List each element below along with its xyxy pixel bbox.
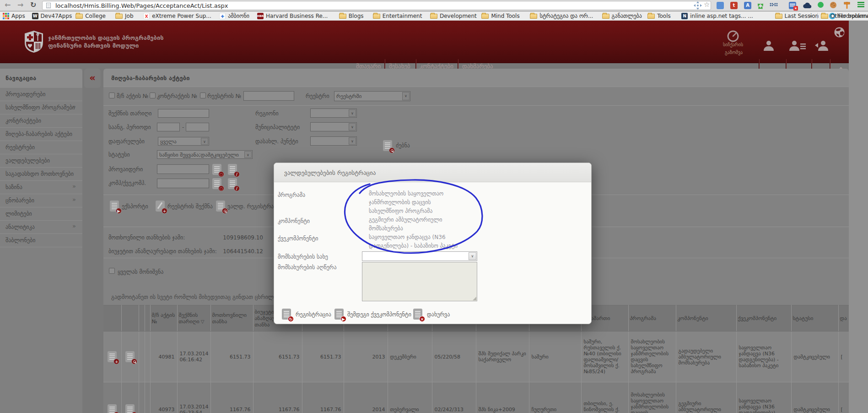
- extension-window-icon[interactable]: [717, 2, 724, 9]
- sidebar-item[interactable]: რეესტრები: [0, 141, 82, 154]
- provider-lookup-icon[interactable]: ◌: [212, 164, 221, 175]
- bookmarks-overflow-chevron[interactable]: »: [809, 11, 812, 21]
- settlement-select[interactable]: ∨: [310, 136, 357, 146]
- sidebar-item[interactable]: შაბლონები: [0, 234, 82, 247]
- act-no-checkbox[interactable]: [109, 92, 115, 98]
- comp-input[interactable]: [157, 179, 209, 188]
- modal-service-desc-textarea[interactable]: [362, 262, 477, 301]
- drag-icon[interactable]: [694, 1, 702, 10]
- bookmark-item[interactable]: სტრატეგია და ორ...: [530, 11, 593, 21]
- sidebar-item[interactable]: სახელმწიფო პროგრამები»: [0, 101, 82, 114]
- column-header[interactable]: [121, 305, 139, 331]
- sidebar-item[interactable]: მიღება-ჩაბარების აქტები: [0, 128, 82, 141]
- bookmark-item[interactable]: Entertainment: [373, 11, 422, 21]
- municipality-select[interactable]: ∨: [310, 122, 357, 131]
- bookmark-item[interactable]: Development: [430, 11, 477, 21]
- bookmark-item[interactable]: ✚ამბიონი: [219, 11, 249, 21]
- modal-service-type-select[interactable]: ∨: [362, 251, 477, 261]
- user-list-icon[interactable]: [789, 39, 807, 52]
- sidebar-item[interactable]: კონტრაქტები: [0, 114, 82, 128]
- modal-title-bar[interactable]: ვალდებულებების რეგისტრაცია: [274, 163, 591, 182]
- column-header[interactable]: ქვეკომპონენტი: [736, 305, 791, 331]
- modal-close-button[interactable]: დახურვა: [427, 311, 450, 318]
- bookmark-item[interactable]: XeXtreme Power Sup...: [143, 11, 211, 21]
- browser-menu-icon[interactable]: [857, 2, 864, 7]
- extension-pin-icon[interactable]: [818, 2, 824, 8]
- sidebar-item[interactable]: ლიმიტები: [0, 207, 82, 221]
- row-add-icon[interactable]: +: [108, 404, 117, 413]
- bookmark-item[interactable]: Job: [115, 11, 134, 21]
- region-select[interactable]: ∨: [310, 109, 357, 118]
- logout-icon[interactable]: [815, 39, 830, 52]
- sidebar-item[interactable]: ცნობარები»: [0, 194, 82, 207]
- sidebar-item[interactable]: ხაზინა»: [0, 181, 82, 194]
- row-add-icon[interactable]: +: [108, 351, 117, 362]
- create-register-button[interactable]: რეესტრის შექმნა: [167, 203, 213, 210]
- select-all-checkbox[interactable]: [109, 268, 115, 274]
- extension-tumblr-icon[interactable]: t: [730, 2, 738, 9]
- register-no-checkbox[interactable]: [200, 92, 206, 98]
- column-header[interactable]: და: [838, 305, 849, 331]
- modal-next-subcomponent-button[interactable]: შემდეგი ქვეკომპონენტი: [347, 311, 411, 318]
- refresh-icon[interactable]: ↻: [30, 0, 36, 9]
- speed-label-line2[interactable]: გაზომვა: [725, 50, 743, 55]
- user-icon[interactable]: [762, 39, 775, 52]
- sidebar-item[interactable]: ვალდებულებები: [0, 154, 82, 168]
- bookmark-item[interactable]: Apps: [3, 11, 25, 21]
- sidebar-collapse-button[interactable]: «: [84, 69, 101, 88]
- sidebar-item[interactable]: ანალიტიკა»: [0, 221, 82, 234]
- column-header[interactable]: [145, 305, 150, 331]
- column-header[interactable]: სტატუსი: [791, 305, 838, 331]
- contract-no-checkbox[interactable]: [150, 92, 156, 98]
- create-register-icon[interactable]: +: [156, 201, 165, 212]
- export-icon[interactable]: ▶: [110, 201, 119, 212]
- status-select[interactable]: საწყისი შეყვანა;დამტკიცებული∨: [157, 150, 253, 159]
- modal-close-icon[interactable]: ×: [413, 309, 422, 320]
- column-header[interactable]: შექმნის თარიღი▽: [177, 305, 210, 331]
- bookmark-item[interactable]: WDev47Apps: [32, 11, 72, 21]
- column-header[interactable]: [103, 305, 121, 331]
- register-no-input[interactable]: [243, 91, 294, 101]
- url-bar[interactable]: localhost/Hmis.Billing.Web/Pages/Accepta…: [42, 1, 711, 10]
- covered-select[interactable]: ყველა∨: [158, 137, 209, 146]
- row-view-icon[interactable]: [125, 404, 135, 413]
- export-button[interactable]: ექსპორტი: [122, 203, 148, 210]
- period-to-input[interactable]: [186, 123, 209, 131]
- create-date-input[interactable]: [158, 109, 209, 118]
- bookmark-item[interactable]: Tools: [647, 11, 671, 21]
- search-icon[interactable]: [383, 140, 392, 151]
- comp-clear-icon[interactable]: /: [228, 178, 237, 189]
- extension-arrows-icon[interactable]: [757, 2, 764, 9]
- extension-dots-icon[interactable]: [770, 3, 779, 8]
- bookmark-star-icon[interactable]: ☆: [704, 0, 710, 9]
- column-header[interactable]: კომპონენტი: [676, 305, 736, 331]
- bookmark-item[interactable]: College: [75, 11, 106, 21]
- sidebar-item[interactable]: პროვაიდერები: [0, 88, 82, 101]
- bookmark-item[interactable]: Ninline asp.net tags... ...: [681, 11, 753, 21]
- column-header[interactable]: პროგრამა: [628, 305, 676, 331]
- globe-icon[interactable]: [834, 27, 845, 38]
- provider-clear-icon[interactable]: /: [228, 164, 237, 175]
- column-header[interactable]: მ/ჩ აქტის №: [150, 305, 177, 331]
- obligation-registration-icon[interactable]: [216, 201, 225, 212]
- search-button[interactable]: ძებნა: [396, 142, 410, 149]
- bookmark-item[interactable]: Blogs: [339, 11, 364, 21]
- extension-cloud-icon[interactable]: [803, 2, 812, 9]
- bookmark-item[interactable]: Mind Tools: [481, 11, 519, 21]
- speedometer-icon[interactable]: [727, 30, 739, 43]
- extension-calendar-icon[interactable]: x: [789, 2, 796, 9]
- modal-register-button[interactable]: რეგისტრაცია: [296, 311, 331, 318]
- extension-cookie-icon[interactable]: [830, 2, 836, 8]
- bookmark-item[interactable]: განათლება: [602, 11, 642, 21]
- modal-next-subcomponent-icon[interactable]: ▶: [334, 309, 344, 320]
- provider-input[interactable]: [157, 164, 209, 174]
- sidebar-item[interactable]: საგადასხდო მოთხოვნები: [0, 168, 82, 181]
- column-header[interactable]: მოთხოვნილი თანხა: [210, 305, 253, 331]
- column-header[interactable]: [139, 305, 145, 331]
- comp-lookup-icon[interactable]: ◌: [212, 178, 221, 189]
- extension-translate-icon[interactable]: A: [744, 2, 751, 9]
- forward-icon[interactable]: →: [17, 0, 23, 9]
- other-bookmarks[interactable]: Other bookmarks: [821, 11, 868, 21]
- row-view-icon[interactable]: [125, 351, 135, 362]
- bookmark-item[interactable]: HBRHarvard Business Re...: [257, 11, 328, 21]
